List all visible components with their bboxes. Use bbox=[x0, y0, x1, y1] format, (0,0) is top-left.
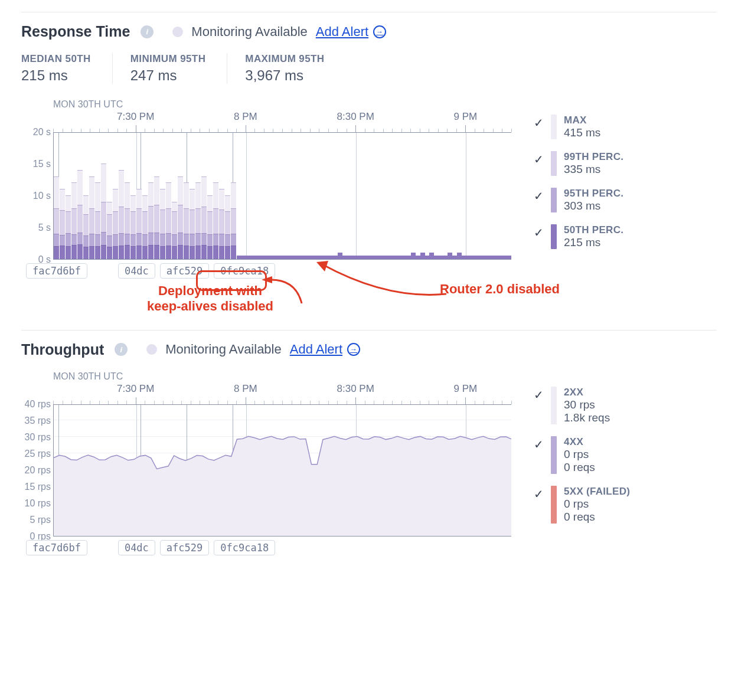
monitoring-status: Monitoring Available bbox=[165, 342, 282, 357]
legend-value: 415 ms bbox=[564, 126, 600, 139]
check-icon: ✓ bbox=[534, 488, 544, 500]
swatch bbox=[551, 436, 557, 474]
legend-item-p50[interactable]: ✓ 50TH PERC. 215 ms bbox=[534, 224, 717, 249]
check-icon: ✓ bbox=[534, 389, 544, 401]
legend-value: 0 rps bbox=[564, 448, 595, 461]
stat-value: 247 ms bbox=[130, 67, 206, 84]
stat-label: MEDIAN 50TH bbox=[21, 53, 91, 65]
legend-item-p95[interactable]: ✓ 95TH PERC. 303 ms bbox=[534, 188, 717, 212]
legend-name: 99TH PERC. bbox=[564, 151, 623, 163]
response-plot[interactable] bbox=[53, 132, 511, 260]
x-axis: 7:30 PM 8 PM 8:30 PM 9 PM bbox=[53, 383, 511, 397]
add-alert-label: Add Alert bbox=[316, 24, 368, 40]
legend-name: 50TH PERC. bbox=[564, 224, 623, 236]
legend-value: 0 rps bbox=[564, 498, 630, 511]
stat-min95: MINIMUM 95TH 247 ms bbox=[130, 53, 228, 84]
legend-item-max[interactable]: ✓ MAX 415 ms bbox=[534, 115, 717, 139]
legend-item-5xx[interactable]: ✓ 5XX (FAILED) 0 rps 0 reqs bbox=[534, 486, 717, 524]
monitoring-status: Monitoring Available bbox=[191, 24, 308, 40]
legend-value: 303 ms bbox=[564, 199, 623, 212]
x-tick: 8:30 PM bbox=[337, 111, 374, 123]
arrow-right-icon: → bbox=[347, 343, 360, 356]
add-alert-label: Add Alert bbox=[290, 342, 342, 357]
legend-name: 95TH PERC. bbox=[564, 188, 623, 199]
stat-max95: MAXIMUM 95TH 3,967 ms bbox=[245, 53, 345, 84]
stat-median: MEDIAN 50TH 215 ms bbox=[21, 53, 113, 84]
legend-name: 5XX (FAILED) bbox=[564, 486, 630, 498]
response-time-panel: Response Time i Monitoring Available Add… bbox=[21, 12, 717, 315]
check-icon: ✓ bbox=[534, 227, 544, 238]
x-tick: 9 PM bbox=[454, 111, 478, 123]
response-title: Response Time bbox=[21, 23, 130, 40]
check-icon: ✓ bbox=[534, 117, 544, 129]
callout-deploy: Deployment withkeep-alives disabled bbox=[113, 283, 308, 315]
info-icon[interactable]: i bbox=[115, 343, 128, 356]
swatch bbox=[551, 151, 557, 176]
throughput-legend: ✓ 2XX 30 rps 1.8k reqs ✓ 4XX 0 rps 0 req… bbox=[511, 387, 717, 535]
tickbar bbox=[53, 397, 511, 404]
throughput-panel: Throughput i Monitoring Available Add Al… bbox=[21, 330, 717, 560]
chart-date: MON 30TH UTC bbox=[53, 371, 511, 382]
callout-router: Router 2.0 disabled bbox=[440, 282, 560, 297]
check-icon: ✓ bbox=[534, 153, 544, 165]
swatch bbox=[551, 387, 557, 424]
stat-value: 215 ms bbox=[21, 67, 91, 84]
deploy-tag[interactable]: afc529 bbox=[160, 263, 209, 279]
monitor-dot bbox=[172, 27, 183, 37]
response-legend: ✓ MAX 415 ms ✓ 99TH PERC. 335 ms ✓ bbox=[511, 115, 717, 261]
throughput-title: Throughput bbox=[21, 341, 104, 358]
legend-name: 2XX bbox=[564, 387, 610, 398]
legend-item-p99[interactable]: ✓ 99TH PERC. 335 ms bbox=[534, 151, 717, 176]
deploy-tag[interactable]: 04dc bbox=[118, 263, 155, 279]
x-tick: 8 PM bbox=[234, 383, 257, 395]
x-axis: 7:30 PM 8 PM 8:30 PM 9 PM bbox=[53, 111, 511, 125]
legend-name: MAX bbox=[564, 115, 600, 126]
stat-value: 3,967 ms bbox=[245, 67, 324, 84]
response-chart-wrap: MON 30TH UTC 7:30 PM 8 PM 8:30 PM 9 PM 0… bbox=[21, 99, 717, 279]
info-icon[interactable]: i bbox=[141, 25, 154, 38]
legend-value: 30 rps bbox=[564, 398, 610, 411]
deploy-tag[interactable]: 0fc9ca18 bbox=[214, 540, 275, 555]
response-chart[interactable]: MON 30TH UTC 7:30 PM 8 PM 8:30 PM 9 PM 0… bbox=[21, 99, 511, 279]
swatch bbox=[551, 486, 557, 524]
throughput-header: Throughput i Monitoring Available Add Al… bbox=[21, 341, 717, 358]
add-alert-link[interactable]: Add Alert → bbox=[290, 342, 360, 357]
response-stats: MEDIAN 50TH 215 ms MINIMUM 95TH 247 ms M… bbox=[21, 53, 717, 84]
x-tick: 8:30 PM bbox=[337, 383, 374, 395]
x-tick: 8 PM bbox=[234, 111, 257, 123]
legend-item-4xx[interactable]: ✓ 4XX 0 rps 0 reqs bbox=[534, 436, 717, 474]
legend-value: 0 reqs bbox=[564, 461, 595, 474]
deploy-tag[interactable]: fac7d6bf bbox=[26, 540, 87, 555]
legend-name: 4XX bbox=[564, 436, 595, 448]
legend-value: 335 ms bbox=[564, 163, 623, 176]
swatch bbox=[551, 188, 557, 212]
stat-label: MAXIMUM 95TH bbox=[245, 53, 324, 65]
chart-date: MON 30TH UTC bbox=[53, 99, 511, 110]
legend-item-2xx[interactable]: ✓ 2XX 30 rps 1.8k reqs bbox=[534, 387, 717, 424]
monitor-dot bbox=[146, 344, 157, 355]
deploy-tag[interactable]: fac7d6bf bbox=[26, 263, 87, 279]
swatch bbox=[551, 224, 557, 249]
x-tick: 9 PM bbox=[454, 383, 478, 395]
throughput-chart-wrap: MON 30TH UTC 7:30 PM 8 PM 8:30 PM 9 PM 0… bbox=[21, 371, 717, 555]
throughput-plot[interactable] bbox=[53, 404, 511, 537]
check-icon: ✓ bbox=[534, 439, 544, 450]
add-alert-link[interactable]: Add Alert → bbox=[316, 24, 386, 40]
stat-label: MINIMUM 95TH bbox=[130, 53, 206, 65]
x-tick: 7:30 PM bbox=[117, 111, 154, 123]
arrow-right-icon: → bbox=[373, 25, 386, 38]
legend-value: 1.8k reqs bbox=[564, 411, 610, 424]
swatch bbox=[551, 115, 557, 139]
throughput-chart[interactable]: MON 30TH UTC 7:30 PM 8 PM 8:30 PM 9 PM 0… bbox=[21, 371, 511, 555]
deploy-tag[interactable]: afc529 bbox=[160, 540, 209, 555]
arrow-deploy-icon bbox=[254, 274, 314, 309]
check-icon: ✓ bbox=[534, 190, 544, 202]
deploy-tag[interactable]: 0fc9ca18 bbox=[214, 263, 275, 279]
x-tick: 7:30 PM bbox=[117, 383, 154, 395]
deploy-tag[interactable]: 04dc bbox=[118, 540, 155, 555]
legend-value: 215 ms bbox=[564, 236, 623, 249]
deploy-tags: fac7d6bf 04dc afc529 0fc9ca18 bbox=[26, 263, 511, 279]
legend-value: 0 reqs bbox=[564, 511, 630, 524]
response-header: Response Time i Monitoring Available Add… bbox=[21, 23, 717, 40]
deploy-tags: fac7d6bf 04dc afc529 0fc9ca18 bbox=[26, 540, 511, 555]
